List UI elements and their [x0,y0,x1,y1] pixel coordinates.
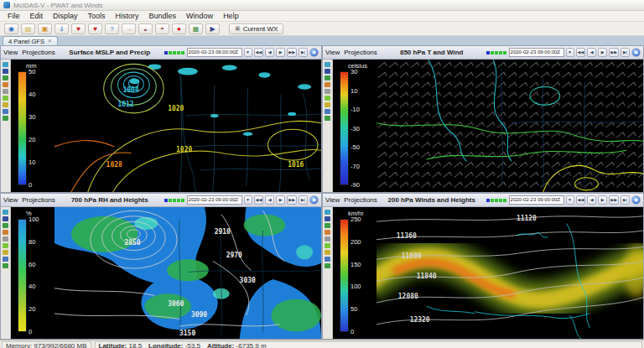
step-forward-button[interactable]: ▶▶ [609,195,619,205]
projections-menu[interactable]: Projections [22,49,55,56]
go-last-button[interactable]: ▶| [299,48,308,57]
projections-menu[interactable]: Projections [344,196,377,204]
rail-icon[interactable] [3,69,8,74]
legend-rail[interactable] [1,207,11,339]
time-dropdown-button[interactable]: ▼ [244,48,252,57]
save-bundle-button[interactable]: ⇓ [55,23,69,34]
menu-history[interactable]: History [111,11,144,21]
time-dropdown-button[interactable]: ▼ [566,48,574,57]
rail-icon[interactable] [3,223,8,228]
rail-icon[interactable] [325,82,330,87]
rail-icon[interactable] [3,210,8,215]
step-forward-button[interactable]: ▶▶ [287,48,297,57]
rail-icon[interactable] [325,62,330,67]
show-dashboard-button[interactable]: ◉ [4,23,18,34]
rail-icon[interactable] [3,236,8,242]
layer-controls-button[interactable]: ▤ [21,23,35,34]
legend-rail[interactable] [1,60,11,192]
rail-icon[interactable] [3,89,8,94]
projections-menu[interactable]: Projections [344,49,377,56]
map-view[interactable]: mm 50 40 30 20 10 0 [11,60,321,192]
rail-icon[interactable] [325,243,330,248]
menu-bundles[interactable]: Bundles [144,11,182,21]
play-button[interactable]: ▶ [598,48,607,57]
view-menu[interactable]: View [3,49,18,56]
go-last-button[interactable]: ▶| [621,48,630,57]
help-button[interactable]: ? [105,23,119,34]
rail-icon[interactable] [3,216,8,221]
go-last-button[interactable]: ▶| [299,195,308,205]
rail-icon[interactable] [325,116,330,121]
menu-help[interactable]: Help [218,11,244,21]
rail-icon[interactable] [3,109,8,114]
rail-icon[interactable] [3,62,8,67]
time-selector[interactable]: 2020-02-23 09:00:00Z [187,48,242,57]
rail-icon[interactable] [3,75,8,81]
map-view[interactable]: km/hr 250 200 150 100 50 0 [333,207,643,339]
rail-icon[interactable] [3,257,8,262]
step-back-button[interactable]: ◀ [265,48,274,57]
next-tip-button[interactable]: → [122,23,136,34]
step-back-button[interactable]: ◀ [265,195,274,205]
rail-icon[interactable] [3,230,8,235]
rail-icon[interactable] [3,263,8,268]
rail-icon[interactable] [3,250,8,255]
rail-icon[interactable] [325,89,330,94]
menu-tools[interactable]: Tools [83,11,111,21]
menu-window[interactable]: Window [181,11,218,21]
stop-loads-button[interactable]: ● [172,23,186,34]
rail-icon[interactable] [3,82,8,87]
menu-display[interactable]: Display [48,11,83,21]
go-last-button[interactable]: ▶| [621,195,630,205]
play-button[interactable]: ▶ [598,195,607,205]
go-first-button[interactable]: ◀◀ [254,48,264,57]
go-first-button[interactable]: ◀◀ [576,195,586,205]
rail-icon[interactable] [325,69,330,74]
rail-icon[interactable] [3,102,8,107]
time-dropdown-button[interactable]: ▼ [244,195,252,205]
data-explorer-button[interactable]: ◓ [155,23,169,34]
rail-icon[interactable] [325,210,330,215]
menu-file[interactable]: File [3,11,25,21]
view-menu[interactable]: View [325,49,340,56]
loop-indicator[interactable] [164,51,184,55]
rail-icon[interactable] [325,216,330,221]
time-selector[interactable]: 2020-02-23 09:00:00Z [509,195,564,205]
rail-icon[interactable] [325,223,330,228]
time-dropdown-button[interactable]: ▼ [566,195,574,205]
rail-icon[interactable] [3,116,8,121]
rail-icon[interactable] [325,102,330,107]
step-back-button[interactable]: ◀ [587,195,596,205]
step-forward-button[interactable]: ▶▶ [609,48,619,57]
loop-properties-button[interactable]: ◉ [309,48,319,57]
menu-edit[interactable]: Edit [25,11,49,21]
map-view[interactable]: celsius 30 10 -10 -30 -50 -70 -90 [333,60,643,192]
time-selector[interactable]: 2020-02-23 09:00:00Z [509,48,564,57]
loop-properties-button[interactable]: ◉ [309,195,319,205]
capture-movie-button[interactable]: ▶ [205,23,220,34]
play-button[interactable]: ▶ [276,195,285,205]
map-view[interactable]: % 100 80 60 40 20 0 [11,207,321,339]
play-button[interactable]: ▶ [276,48,285,57]
loop-indicator[interactable] [164,199,184,202]
step-back-button[interactable]: ◀ [587,48,596,57]
rail-icon[interactable] [325,75,330,81]
loop-properties-button[interactable]: ◉ [631,195,641,205]
favorite-bundle-button[interactable]: ♥ [71,23,86,34]
go-first-button[interactable]: ◀◀ [576,48,586,57]
step-forward-button[interactable]: ▶▶ [287,195,297,205]
tab-4-panel-gfs[interactable]: 4 Panel GFS × [3,36,58,45]
capture-image-button[interactable]: ▦ [189,23,203,34]
open-bundle-button[interactable]: ▣ [38,23,52,34]
view-menu[interactable]: View [325,196,340,204]
legend-rail[interactable] [323,207,333,339]
rail-icon[interactable] [325,236,330,242]
projections-menu[interactable]: Projections [22,196,55,204]
rail-icon[interactable] [325,257,330,262]
loop-indicator[interactable] [486,199,506,202]
rail-icon[interactable] [3,96,8,101]
loop-properties-button[interactable]: ◉ [631,48,641,57]
view-menu[interactable]: View [3,196,18,204]
loop-indicator[interactable] [486,51,506,55]
time-selector[interactable]: 2020-02-23 09:00:00Z [187,195,242,205]
